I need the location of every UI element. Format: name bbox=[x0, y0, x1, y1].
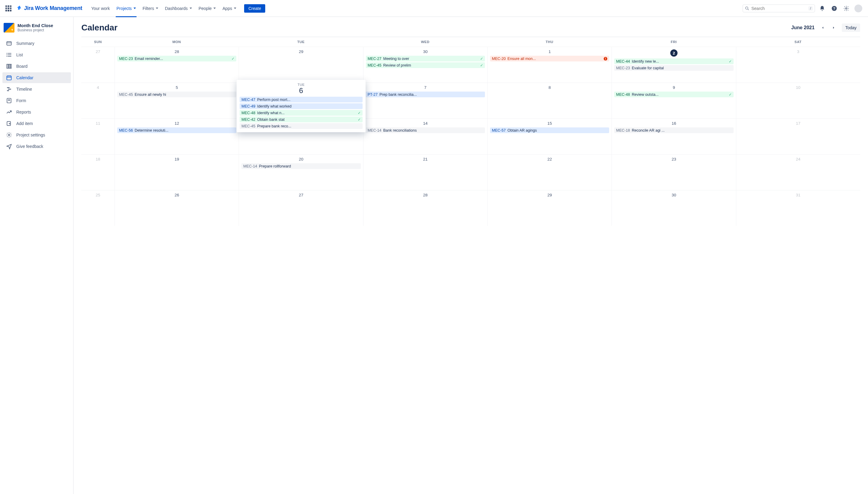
sidebar-item-project-settings[interactable]: Project settings bbox=[2, 130, 71, 140]
sidebar-item-summary[interactable]: Summary bbox=[2, 38, 71, 49]
calendar-issue[interactable]: MEC-48Review outsta...✓ bbox=[614, 92, 733, 97]
main-content: Calendar June 2021 Today SUNMONTUEWEDTHU… bbox=[74, 17, 868, 494]
calendar-issue[interactable]: MEC-27Meeting to over✓ bbox=[366, 56, 485, 61]
product-logo[interactable]: Jira Work Management bbox=[16, 5, 82, 12]
calendar-day[interactable]: 29 bbox=[239, 47, 363, 82]
profile-avatar[interactable] bbox=[853, 4, 863, 13]
calendar-day[interactable]: 17 bbox=[736, 119, 860, 154]
calendar-issue[interactable]: MEC-18Reconcile AR agi ... bbox=[614, 128, 733, 133]
notifications-icon[interactable] bbox=[817, 4, 827, 13]
sidebar-item-list[interactable]: List bbox=[2, 50, 71, 60]
calendar-issue[interactable]: MEC-14Prepare rollforward bbox=[241, 163, 361, 169]
sidebar-item-give-feedback[interactable]: Give feedback bbox=[2, 141, 71, 152]
chevron-down-icon bbox=[133, 7, 136, 9]
calendar-issue[interactable]: MEC-47Perform post mort... bbox=[240, 97, 362, 102]
calendar-day[interactable]: 23 bbox=[611, 154, 736, 190]
weekday-header: SUNMONTUEWEDTHUFRISAT bbox=[81, 37, 860, 47]
calendar-day[interactable]: 6TUE6MEC-47Perform post mort...MEC-49Ide… bbox=[239, 83, 363, 118]
sidebar-item-label: Timeline bbox=[16, 87, 32, 92]
product-name: Jira Work Management bbox=[24, 5, 82, 12]
timeline-icon bbox=[6, 86, 12, 92]
sidebar-item-board[interactable]: Board bbox=[2, 61, 71, 72]
sidebar-item-add-item[interactable]: Add item bbox=[2, 118, 71, 129]
calendar-day[interactable]: 7PT-27Prep bank reconcilia... bbox=[363, 83, 487, 118]
sidebar-item-timeline[interactable]: Timeline bbox=[2, 84, 71, 95]
calendar-day[interactable]: 27 bbox=[81, 47, 114, 82]
calendar-issue[interactable]: MEC-20Ensure all mon... bbox=[490, 56, 609, 61]
calendar-day[interactable]: 19 bbox=[114, 154, 239, 190]
chevron-down-icon bbox=[156, 7, 158, 9]
day-popover: TUE6MEC-47Perform post mort...MEC-49Iden… bbox=[237, 80, 365, 132]
project-header[interactable]: Month End Close Business project bbox=[2, 22, 71, 37]
calendar-day[interactable]: 12MEC-56Determine resoluti... bbox=[114, 119, 239, 154]
prev-month-button[interactable] bbox=[818, 23, 827, 32]
calendar-day[interactable]: 22 bbox=[487, 154, 611, 190]
settings-icon[interactable] bbox=[842, 4, 851, 13]
calendar-issue[interactable]: MEC-23Evaluate for capital bbox=[614, 65, 733, 71]
search-input[interactable] bbox=[751, 6, 807, 11]
calendar-day[interactable]: 2MEC-44Identify new le...✓MEC-23Evaluate… bbox=[611, 47, 736, 82]
nav-item-people[interactable]: People bbox=[196, 4, 219, 13]
calendar-issue[interactable]: MEC-44Identify new le...✓ bbox=[614, 58, 733, 64]
reports-icon bbox=[6, 109, 12, 115]
check-icon: ✓ bbox=[358, 111, 361, 115]
calendar-issue[interactable]: PT-27Prep bank reconcilia... bbox=[366, 92, 485, 97]
calendar-day[interactable]: 15MEC-57Obtain AR agings bbox=[487, 119, 611, 154]
nav-item-projects[interactable]: Projects bbox=[113, 4, 139, 13]
calendar-issue[interactable]: MEC-45Review of prelim✓ bbox=[366, 62, 485, 68]
create-button[interactable]: Create bbox=[244, 4, 265, 13]
calendar-day[interactable]: 21 bbox=[363, 154, 487, 190]
calendar-issue[interactable]: MEC-23Email reminder...✓ bbox=[117, 56, 236, 61]
app-switcher-icon[interactable] bbox=[5, 5, 12, 12]
calendar-issue[interactable]: MEC-48Identify what n...✓ bbox=[240, 110, 362, 116]
sidebar-item-form[interactable]: Form bbox=[2, 95, 71, 106]
calendar-issue[interactable]: MEC-56Determine resoluti... bbox=[117, 128, 236, 133]
svg-point-0 bbox=[746, 7, 748, 9]
calendar-day[interactable]: 25 bbox=[81, 190, 114, 226]
sidebar-item-label: Summary bbox=[16, 41, 34, 46]
calendar-day[interactable]: 18 bbox=[81, 154, 114, 190]
calendar-day[interactable]: 14MEC-14Bank reconciliations bbox=[363, 119, 487, 154]
today-button[interactable]: Today bbox=[842, 23, 860, 32]
calendar-issue[interactable]: MEC-14Bank reconciliations bbox=[366, 128, 485, 133]
search-icon bbox=[745, 6, 750, 11]
sidebar-item-calendar[interactable]: Calendar bbox=[2, 72, 71, 83]
help-icon[interactable]: ? bbox=[829, 4, 839, 13]
search-shortcut: / bbox=[808, 6, 813, 11]
calendar-day[interactable]: 30 bbox=[611, 190, 736, 226]
nav-item-filters[interactable]: Filters bbox=[140, 4, 161, 13]
calendar-day[interactable]: 3 bbox=[736, 47, 860, 82]
calendar-day[interactable]: 10 bbox=[736, 83, 860, 118]
calendar-issue[interactable]: MEC-49Identify what worked bbox=[240, 103, 362, 109]
calendar-day[interactable]: 31 bbox=[736, 190, 860, 226]
calendar-day[interactable]: 1MEC-20Ensure all mon... bbox=[487, 47, 611, 82]
calendar-issue[interactable]: MEC-42Obtain bank stat✓ bbox=[240, 117, 362, 122]
calendar-day[interactable]: 28MEC-23Email reminder...✓ bbox=[114, 47, 239, 82]
svg-line-1 bbox=[748, 9, 749, 10]
calendar-day[interactable]: 26 bbox=[114, 190, 239, 226]
sidebar-item-reports[interactable]: Reports bbox=[2, 107, 71, 117]
calendar-day[interactable]: 16MEC-18Reconcile AR agi ... bbox=[611, 119, 736, 154]
nav-item-your-work[interactable]: Your work bbox=[88, 4, 113, 13]
calendar-issue[interactable]: MEC-45Prepare bank reco... bbox=[240, 123, 362, 129]
nav-item-dashboards[interactable]: Dashboards bbox=[162, 4, 195, 13]
calendar-day[interactable]: 9MEC-48Review outsta...✓ bbox=[611, 83, 736, 118]
calendar-day[interactable]: 5MEC-45Ensure all newly hi bbox=[114, 83, 239, 118]
calendar-day[interactable]: 27 bbox=[239, 190, 363, 226]
calendar-day[interactable]: 11 bbox=[81, 119, 114, 154]
nav-item-apps[interactable]: Apps bbox=[219, 4, 239, 13]
calendar-day[interactable]: 24 bbox=[736, 154, 860, 190]
calendar-day[interactable]: 20MEC-14Prepare rollforward bbox=[239, 154, 363, 190]
calendar-day[interactable]: 29 bbox=[487, 190, 611, 226]
calendar-issue[interactable]: MEC-45Ensure all newly hi bbox=[117, 92, 236, 97]
calendar-day[interactable]: 8 bbox=[487, 83, 611, 118]
add-icon bbox=[6, 120, 12, 127]
calendar-day[interactable]: 4 bbox=[81, 83, 114, 118]
search-box[interactable]: / bbox=[743, 4, 815, 12]
calendar-issue[interactable]: MEC-57Obtain AR agings bbox=[490, 128, 609, 133]
calendar-day[interactable]: 28 bbox=[363, 190, 487, 226]
next-month-button[interactable] bbox=[829, 23, 838, 32]
calendar-day[interactable]: 30MEC-27Meeting to over✓MEC-45Review of … bbox=[363, 47, 487, 82]
svg-point-28 bbox=[8, 134, 10, 136]
page-title: Calendar bbox=[81, 23, 117, 33]
